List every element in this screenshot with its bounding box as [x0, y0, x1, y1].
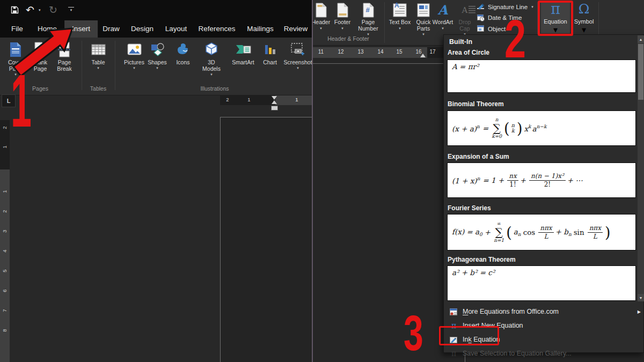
office-com-icon: [449, 308, 458, 316]
equation-gallery-dropdown: Built-In Area of Circle A = πr² Binomial…: [443, 34, 644, 353]
save-icon[interactable]: [11, 6, 19, 16]
ruler-number: 2: [2, 123, 8, 132]
tab-layout[interactable]: Layout: [165, 20, 187, 38]
fraction: nπxL: [538, 224, 553, 240]
ruler-number: 1: [2, 142, 8, 152]
tab-references[interactable]: References: [198, 20, 235, 38]
gallery-item-pythagorean-theorem[interactable]: a² + b² = c²: [447, 265, 636, 301]
object-icon: [477, 25, 485, 33]
tab-review[interactable]: Review: [284, 20, 308, 38]
symbol-omega-icon: Ω: [579, 1, 590, 17]
header-icon: [316, 2, 327, 19]
wordart-icon: A: [438, 2, 448, 19]
signature-line-icon: [477, 3, 485, 11]
fraction: nπxL: [588, 224, 603, 240]
ruler-number: 2: [2, 206, 8, 216]
dropdown-title: Built-In: [449, 38, 472, 46]
scroll-up-button[interactable]: ▲: [638, 35, 644, 43]
submenu-arrow-icon: ▶: [638, 309, 641, 314]
first-line-indent-marker[interactable]: [272, 96, 277, 100]
gallery-item-expansion-of-a-sum[interactable]: (1 + x)n = 1 + nx1! + n(n − 1)x²2! + ⋯: [447, 162, 636, 198]
scrollbar-thumb[interactable]: [638, 44, 643, 100]
tab-mailings[interactable]: Mailings: [247, 20, 274, 38]
ruler-number: 11: [318, 49, 324, 55]
ruler-number: 15: [396, 49, 402, 55]
shapes-button[interactable]: Shapes ▾: [145, 41, 170, 70]
ruler-number: 2: [226, 97, 229, 102]
chevron-down-icon: ▾: [133, 66, 135, 70]
page-top-edge: [313, 63, 443, 64]
ruler-number: 13: [357, 49, 363, 55]
tab-design[interactable]: Design: [131, 20, 153, 38]
3d-models-button[interactable]: 3D Models ▾: [199, 41, 224, 76]
annotation-box-equation: [538, 1, 573, 36]
chevron-down-icon: ▾: [156, 66, 158, 70]
chevron-down-icon: ▾: [97, 66, 99, 70]
table-button[interactable]: Table ▾: [86, 41, 111, 70]
chart-icon: [264, 41, 276, 58]
word-window: ↶ ▾ ↻ ▾ File Home Insert Draw Design Lay…: [0, 0, 644, 362]
drop-cap-button: A Drop Cap ▾: [454, 2, 475, 36]
annotation-step-3: 3: [404, 312, 423, 354]
ruler-page-area: [275, 95, 312, 105]
left-indent-marker[interactable]: [271, 106, 278, 110]
vertical-ruler[interactable]: 2 1 1 2 3 4 5 6 7 8: [0, 120, 10, 362]
save-selection-pi-icon: π: [449, 349, 458, 358]
chevron-down-icon: ▾: [297, 66, 299, 70]
footer-button[interactable]: Footer ▾: [330, 2, 355, 30]
chevron-down-icon: ▾: [582, 25, 586, 35]
section-label-binomial-theorem: Binomial Theorem: [448, 100, 504, 108]
ruler-number: 6: [2, 286, 8, 295]
menu-item-save-selection: π Save Selection to Equation Gallery...: [444, 347, 643, 360]
text-box-button[interactable]: A Text Box ▾: [387, 2, 412, 30]
undo-icon[interactable]: ↶: [26, 4, 34, 16]
screenshot-button[interactable]: Screenshot ▾: [286, 41, 310, 70]
binomial-coefficient: n k: [511, 123, 514, 134]
gallery-item-fourier-series[interactable]: f(x) = a0 + ∞ ∑ n=1 ( an cos nπxL + bn s…: [447, 214, 636, 250]
scroll-down-button[interactable]: ▼: [638, 294, 644, 301]
ruler-number: 14: [377, 49, 383, 55]
icons-button[interactable]: Icons: [171, 41, 195, 65]
quick-parts-icon: [417, 2, 430, 19]
gallery-scrollbar[interactable]: ▲ ▼: [638, 35, 644, 301]
chevron-down-icon: ▾: [341, 26, 343, 30]
smartart-button[interactable]: SmartArt: [231, 41, 255, 65]
page-number-icon: #: [363, 2, 374, 19]
right-indent-marker[interactable]: [420, 54, 426, 57]
annotation-box-ink-equation: [439, 326, 499, 345]
menu-item-more-equations[interactable]: More Equations from Office.com ▶: [444, 305, 643, 318]
date-time-icon: [477, 14, 485, 21]
group-label-illustrations: Illustrations: [200, 85, 229, 92]
chart-button[interactable]: Chart: [258, 41, 282, 65]
document-page: [220, 117, 312, 362]
page-number-button[interactable]: # Page Number ▾: [354, 2, 382, 36]
icons-duck-icon: [176, 41, 190, 58]
ruler-number: 17: [429, 49, 435, 55]
chevron-down-icon: ▾: [399, 26, 401, 30]
group-label-pages: Pages: [32, 85, 48, 92]
gallery-item-binomial-theorem[interactable]: (x + a)n = n ∑ k=0 ( n k ) xkan−k: [447, 110, 636, 146]
ruler-number: 1: [2, 187, 8, 196]
tab-draw[interactable]: Draw: [103, 20, 120, 38]
chevron-down-icon: ▾: [210, 72, 213, 76]
right-screenshot-part: Header ▾ Footer ▾ # Page Number ▾ A Text…: [313, 0, 644, 362]
customize-qat-icon[interactable]: ▾: [68, 7, 74, 12]
gallery-item-area-of-circle[interactable]: A = πr²: [447, 60, 636, 93]
section-label-fourier-series: Fourier Series: [448, 204, 491, 212]
fraction: n(n − 1)x²2!: [529, 172, 566, 188]
chevron-down-icon: ▾: [320, 26, 322, 30]
chevron-down-icon: ▾: [422, 32, 425, 36]
ruler-number: 1: [247, 97, 250, 102]
section-label-area-of-circle: Area of Circle: [448, 49, 489, 56]
annotation-step-2: 2: [504, 16, 526, 62]
wordart-button[interactable]: A WordArt ▾: [431, 2, 454, 30]
horizontal-ruler-right[interactable]: 11 12 13 14 15 16 17: [313, 47, 443, 58]
horizontal-ruler-left[interactable]: 2 1 1: [220, 95, 312, 105]
ruler-number: 12: [338, 49, 343, 55]
pictures-button[interactable]: Pictures ▾: [122, 41, 147, 70]
symbol-button[interactable]: Ω Symbol ▾: [572, 1, 596, 33]
undo-chevron-icon[interactable]: ▾: [39, 8, 41, 12]
ruler-number: 4: [2, 246, 8, 256]
text-box-icon: A: [393, 2, 407, 19]
hanging-indent-marker[interactable]: [272, 100, 277, 104]
